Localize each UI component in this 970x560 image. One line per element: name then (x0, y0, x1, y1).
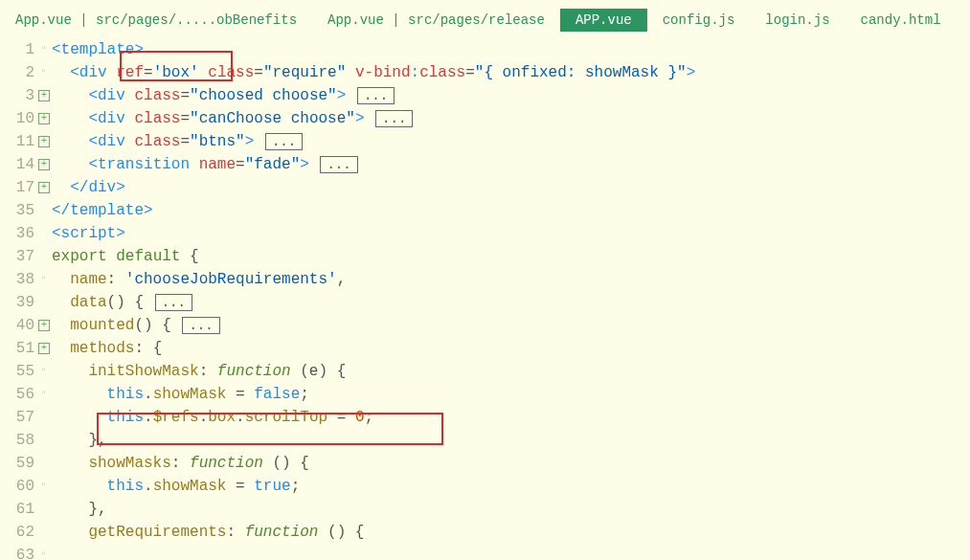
tab-bar: App.vue | src/pages/.....obBenefits App.… (0, 0, 970, 38)
fold-collapse-icon[interactable]: ▫ (38, 389, 50, 400)
line-number: 62 (8, 521, 34, 544)
gutter-line: 37 (0, 245, 52, 268)
fold-placeholder[interactable]: ... (357, 87, 395, 104)
fold-collapse-icon[interactable]: ▫ (38, 366, 50, 377)
code-line[interactable]: methods: { (52, 337, 970, 360)
code-area[interactable]: 1▫2▫3+10+11+14+17+35363738▫3940+51+55▫56… (0, 38, 970, 560)
fold-expand-icon[interactable]: + (38, 113, 50, 124)
code-line[interactable]: <div class="canChoose choose"> ... (52, 107, 970, 130)
gutter-line: 38▫ (0, 268, 52, 291)
gutter-line: 3+ (0, 84, 52, 107)
line-number: 39 (8, 291, 34, 314)
tab-file[interactable]: App.vue | src/pages/release (312, 9, 560, 32)
fold-expand-icon[interactable]: + (38, 90, 50, 101)
gutter-line: 2▫ (0, 61, 52, 84)
code-line[interactable]: this.showMask = true; (52, 475, 970, 498)
fold-none (38, 504, 50, 515)
tab-file[interactable]: cart.html (957, 9, 970, 32)
fold-collapse-icon[interactable]: ▫ (38, 274, 50, 285)
tab-file[interactable]: config.js (647, 9, 751, 32)
line-number: 35 (8, 199, 34, 222)
fold-expand-icon[interactable]: + (38, 343, 50, 354)
code-line[interactable]: this.$refs.box.scrollTop = 0; (52, 406, 970, 429)
gutter-line: 40+ (0, 314, 52, 337)
line-number: 2 (8, 61, 34, 84)
code-line[interactable]: name: 'chooseJobRequirements', (52, 268, 970, 291)
fold-placeholder[interactable]: ... (155, 294, 192, 311)
line-number: 38 (8, 268, 34, 291)
fold-expand-icon[interactable]: + (38, 182, 50, 193)
line-number: 61 (8, 498, 34, 521)
code-line[interactable]: <div class="choosed choose"> ... (52, 84, 970, 107)
fold-none (38, 412, 50, 423)
code-line[interactable]: <template> (52, 38, 970, 61)
code-line[interactable]: getRequirements: function () { (52, 521, 970, 544)
fold-expand-icon[interactable]: + (38, 159, 50, 170)
line-number: 56 (8, 383, 34, 406)
gutter-line: 35 (0, 199, 52, 222)
code-editor: App.vue | src/pages/.....obBenefits App.… (0, 0, 970, 560)
fold-collapse-icon[interactable]: ▫ (38, 67, 50, 78)
gutter-line: 59 (0, 452, 52, 475)
line-number: 10 (8, 107, 34, 130)
gutter-line: 61 (0, 498, 52, 521)
fold-collapse-icon[interactable]: ▫ (38, 549, 50, 560)
gutter-line: 17+ (0, 176, 52, 199)
code-line[interactable]: mounted() { ... (52, 314, 970, 337)
line-number: 51 (8, 337, 34, 360)
line-number: 63 (8, 544, 34, 560)
code-line[interactable]: export default { (52, 245, 970, 268)
gutter-line: 11+ (0, 130, 52, 153)
fold-none (38, 251, 50, 262)
line-number: 37 (8, 245, 34, 268)
gutter-line: 58 (0, 429, 52, 452)
gutter-line: 1▫ (0, 38, 52, 61)
gutter-line: 10+ (0, 107, 52, 130)
code-line[interactable]: <div ref='box' class="require" v-bind:cl… (52, 61, 970, 84)
fold-placeholder[interactable]: ... (320, 156, 357, 173)
code-line[interactable]: </template> (52, 199, 970, 222)
line-number: 55 (8, 360, 34, 383)
gutter-line: 56▫ (0, 383, 52, 406)
line-gutter: 1▫2▫3+10+11+14+17+35363738▫3940+51+55▫56… (0, 38, 52, 560)
fold-expand-icon[interactable]: + (38, 136, 50, 147)
line-number: 58 (8, 429, 34, 452)
code-content[interactable]: <template> <div ref='box' class="require… (52, 38, 970, 560)
fold-none (38, 526, 50, 538)
code-line[interactable]: <script> (52, 222, 970, 245)
tab-file-active[interactable]: APP.vue (560, 9, 647, 32)
code-line[interactable]: }, (52, 498, 970, 521)
gutter-line: 14+ (0, 153, 52, 176)
code-line[interactable]: this.showMask = false; (52, 383, 970, 406)
fold-expand-icon[interactable]: + (38, 320, 50, 331)
fold-placeholder[interactable]: ... (182, 317, 219, 334)
gutter-line: 62 (0, 521, 52, 544)
code-line[interactable]: }, (52, 429, 970, 452)
tab-file[interactable]: App.vue | src/pages/.....obBenefits (0, 9, 312, 32)
code-line[interactable]: data() { ... (52, 291, 970, 314)
gutter-line: 63▫ (0, 544, 52, 560)
fold-none (38, 435, 50, 446)
line-number: 40 (8, 314, 34, 337)
code-line[interactable]: initShowMask: function (e) { (52, 360, 970, 383)
fold-collapse-icon[interactable]: ▫ (38, 481, 50, 492)
gutter-line: 57 (0, 406, 52, 429)
gutter-line: 39 (0, 291, 52, 314)
tab-file[interactable]: login.js (750, 9, 845, 32)
line-number: 17 (8, 176, 34, 199)
gutter-line: 60▫ (0, 475, 52, 498)
fold-placeholder[interactable]: ... (265, 133, 303, 150)
code-line[interactable]: showMasks: function () { (52, 452, 970, 475)
line-number: 57 (8, 406, 34, 429)
tab-file[interactable]: candy.html (846, 9, 957, 32)
fold-none (38, 205, 50, 216)
gutter-line: 51+ (0, 337, 52, 360)
fold-collapse-icon[interactable]: ▫ (38, 44, 50, 56)
gutter-line: 55▫ (0, 360, 52, 383)
code-line[interactable]: <transition name="fade"> ... (52, 153, 970, 176)
line-number: 3 (8, 84, 34, 107)
fold-placeholder[interactable]: ... (375, 110, 413, 127)
line-number: 11 (8, 130, 34, 153)
code-line[interactable]: </div> (52, 176, 970, 199)
code-line[interactable]: <div class="btns"> ... (52, 130, 970, 153)
